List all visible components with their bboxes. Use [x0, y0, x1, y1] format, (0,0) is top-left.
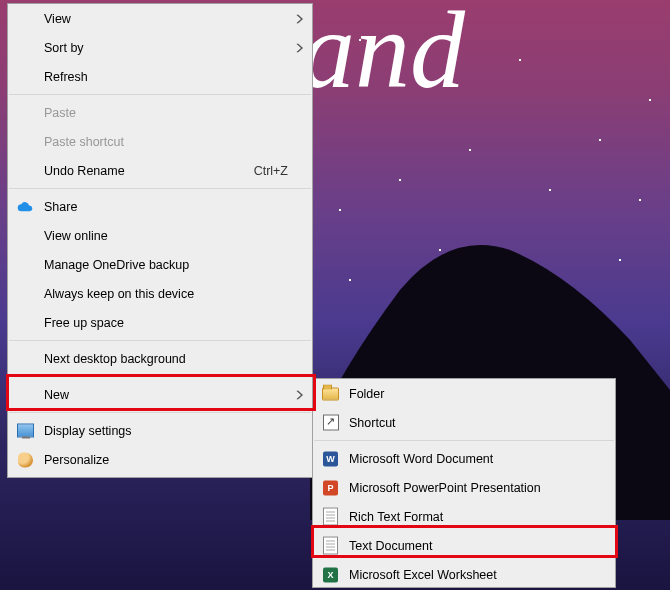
submenu-shortcut-label: Shortcut [349, 416, 591, 430]
menu-always-keep-label: Always keep on this device [44, 287, 288, 301]
menu-free-up-space[interactable]: Free up space [8, 308, 312, 337]
menu-paste-label: Paste [44, 106, 288, 120]
menu-display-settings[interactable]: Display settings [8, 416, 312, 445]
menu-personalize-label: Personalize [44, 453, 288, 467]
menu-view-label: View [44, 12, 288, 26]
menu-paste: Paste [8, 98, 312, 127]
menu-paste-shortcut: Paste shortcut [8, 127, 312, 156]
menu-share[interactable]: Share [8, 192, 312, 221]
menu-free-up-space-label: Free up space [44, 316, 288, 330]
powerpoint-icon: P [322, 479, 339, 496]
submenu-shortcut[interactable]: Shortcut [313, 408, 615, 437]
wallpaper-script-text: and [300, 0, 465, 105]
menu-manage-onedrive-label: Manage OneDrive backup [44, 258, 288, 272]
shortcut-icon [322, 414, 339, 431]
personalize-icon [17, 451, 34, 468]
menu-separator [9, 94, 311, 95]
menu-view-online[interactable]: View online [8, 221, 312, 250]
chevron-right-icon [295, 43, 304, 52]
submenu-folder-label: Folder [349, 387, 591, 401]
menu-next-desktop-bg-label: Next desktop background [44, 352, 288, 366]
menu-separator [9, 412, 311, 413]
menu-undo-rename[interactable]: Undo Rename Ctrl+Z [8, 156, 312, 185]
menu-share-label: Share [44, 200, 288, 214]
menu-next-desktop-bg[interactable]: Next desktop background [8, 344, 312, 373]
menu-sort-by-label: Sort by [44, 41, 288, 55]
highlight-new [6, 374, 316, 411]
submenu-folder[interactable]: Folder [313, 379, 615, 408]
folder-icon [322, 385, 339, 402]
menu-refresh[interactable]: Refresh [8, 62, 312, 91]
menu-paste-shortcut-label: Paste shortcut [44, 135, 288, 149]
monitor-icon [17, 422, 34, 439]
menu-view[interactable]: View [8, 4, 312, 33]
menu-personalize[interactable]: Personalize [8, 445, 312, 474]
submenu-rtf-label: Rich Text Format [349, 510, 591, 524]
excel-icon: X [322, 566, 339, 583]
desktop-wallpaper: and View Sort by Refresh Paste Paste sho… [0, 0, 670, 590]
menu-manage-onedrive[interactable]: Manage OneDrive backup [8, 250, 312, 279]
menu-undo-rename-label: Undo Rename [44, 164, 254, 178]
submenu-word[interactable]: W Microsoft Word Document [313, 444, 615, 473]
submenu-xls[interactable]: X Microsoft Excel Worksheet [313, 560, 615, 589]
menu-sort-by[interactable]: Sort by [8, 33, 312, 62]
menu-refresh-label: Refresh [44, 70, 288, 84]
submenu-ppt[interactable]: P Microsoft PowerPoint Presentation [313, 473, 615, 502]
highlight-text-document [311, 525, 618, 558]
chevron-right-icon [295, 14, 304, 23]
menu-display-settings-label: Display settings [44, 424, 288, 438]
rtf-icon [322, 508, 339, 525]
menu-always-keep[interactable]: Always keep on this device [8, 279, 312, 308]
menu-separator [9, 340, 311, 341]
submenu-word-label: Microsoft Word Document [349, 452, 591, 466]
cloud-icon [17, 198, 34, 215]
menu-view-online-label: View online [44, 229, 288, 243]
menu-separator [314, 440, 614, 441]
submenu-xls-label: Microsoft Excel Worksheet [349, 568, 591, 582]
submenu-ppt-label: Microsoft PowerPoint Presentation [349, 481, 591, 495]
menu-undo-rename-accel: Ctrl+Z [254, 164, 288, 178]
menu-separator [9, 188, 311, 189]
word-icon: W [322, 450, 339, 467]
